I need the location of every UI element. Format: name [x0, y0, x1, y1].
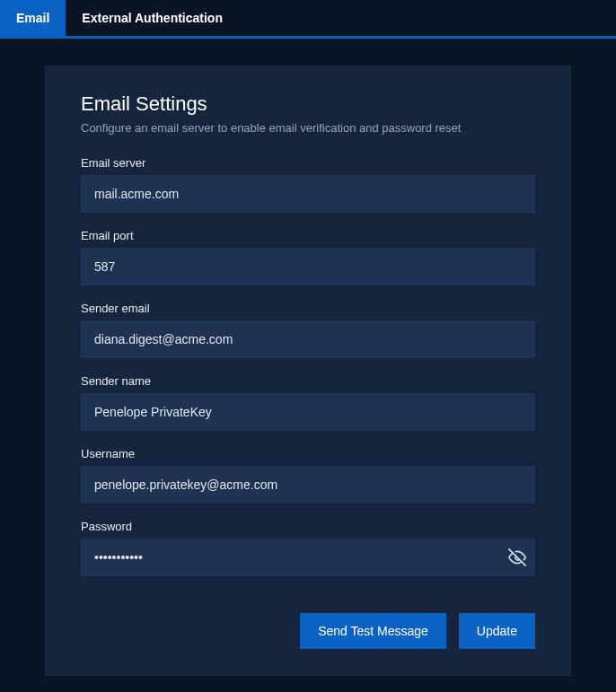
- sender-name-input[interactable]: [81, 393, 535, 431]
- tab-email[interactable]: Email: [0, 0, 66, 36]
- field-password: Password: [81, 520, 535, 576]
- email-port-input[interactable]: [81, 248, 535, 285]
- username-label: Username: [81, 447, 535, 460]
- sender-email-input[interactable]: [81, 320, 535, 358]
- update-button[interactable]: Update: [459, 613, 535, 649]
- sender-name-label: Sender name: [81, 374, 535, 388]
- email-server-input[interactable]: [81, 175, 535, 213]
- eye-off-icon[interactable]: [508, 548, 526, 566]
- field-sender-name: Sender name: [81, 374, 535, 431]
- tab-external-authentication[interactable]: External Authentication: [66, 0, 239, 36]
- page-title: Email Settings: [81, 92, 535, 116]
- email-port-label: Email port: [81, 229, 535, 242]
- field-username: Username: [81, 447, 535, 504]
- send-test-message-button[interactable]: Send Test Message: [300, 613, 446, 649]
- password-input[interactable]: [81, 539, 535, 576]
- tabs: Email External Authentication: [0, 0, 616, 39]
- password-label: Password: [81, 520, 535, 533]
- sender-email-label: Sender email: [81, 302, 535, 315]
- email-server-label: Email server: [81, 156, 535, 170]
- field-email-port: Email port: [81, 229, 535, 285]
- settings-panel: Email Settings Configure an email server…: [45, 66, 571, 676]
- field-sender-email: Sender email: [81, 302, 535, 358]
- field-email-server: Email server: [81, 156, 535, 213]
- actions: Send Test Message Update: [300, 613, 535, 649]
- page-subtitle: Configure an email server to enable emai…: [81, 121, 535, 135]
- username-input[interactable]: [81, 466, 535, 504]
